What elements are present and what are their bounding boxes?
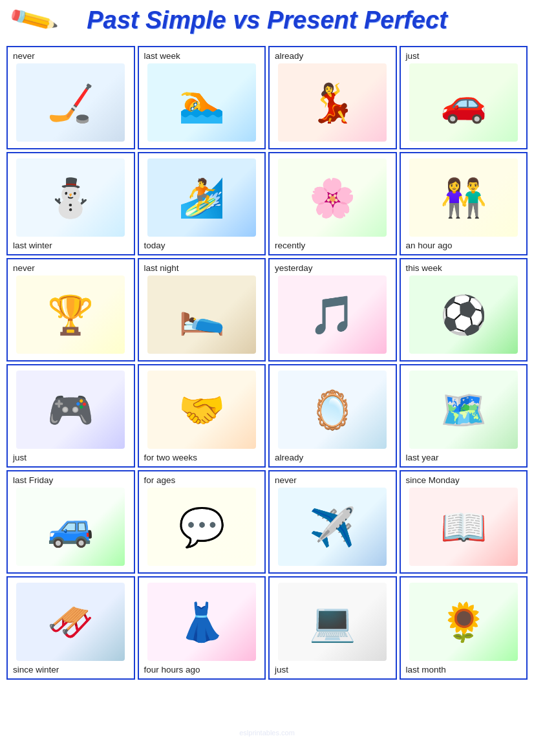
flash-card: never🏒 xyxy=(6,46,135,149)
flash-card: 👫an hour ago xyxy=(400,152,528,255)
flash-card: since Monday📖 xyxy=(400,470,528,574)
card-image: 📖 xyxy=(409,488,518,566)
card-label: already xyxy=(272,50,393,61)
flash-card: last night🛌 xyxy=(138,258,266,362)
card-label: already xyxy=(272,451,393,462)
card-image: 👗 xyxy=(147,583,256,661)
card-image: 🎵 xyxy=(278,275,387,354)
card-label: four hours ago xyxy=(142,664,262,675)
card-label: for two weeks xyxy=(142,451,262,462)
flash-card: 👗four hours ago xyxy=(138,576,266,680)
card-image: 🎮 xyxy=(16,371,125,449)
flash-card: 🛷since winter xyxy=(6,576,135,680)
card-image: 🌸 xyxy=(278,158,387,237)
card-image: 💬 xyxy=(147,488,256,566)
card-image: ⚽ xyxy=(409,275,518,354)
card-image: 👫 xyxy=(409,158,518,237)
card-label: today xyxy=(142,239,262,250)
card-label: never xyxy=(10,262,131,273)
card-label: last week xyxy=(142,50,262,61)
card-label: last winter xyxy=(10,239,131,250)
flash-card: 💻just xyxy=(268,576,397,680)
card-label: last night xyxy=(142,262,262,273)
title-area: ✏️ Past Simple vs Present Perfect xyxy=(6,6,528,41)
card-label: last year xyxy=(403,451,524,462)
card-image: 🪞 xyxy=(278,371,387,449)
card-image: 💻 xyxy=(278,583,387,661)
card-label: just xyxy=(403,50,524,61)
card-image: 🤝 xyxy=(147,371,256,449)
flash-card: 🪞already xyxy=(268,364,397,468)
watermark: eslprintables.com xyxy=(239,729,295,737)
flash-card: last Friday🚙 xyxy=(6,470,135,574)
card-label: since Monday xyxy=(403,474,524,485)
flash-card: 🏄today xyxy=(138,152,266,255)
card-label: since winter xyxy=(10,664,131,675)
flash-card: 🗺️last year xyxy=(400,364,528,468)
card-image: 🏄 xyxy=(147,158,256,237)
card-image: 🛌 xyxy=(147,275,256,354)
card-image: 🏒 xyxy=(16,63,125,142)
flash-card: 🌸recently xyxy=(268,152,397,255)
card-image: 🏆 xyxy=(16,275,125,354)
flash-card: just🚗 xyxy=(400,46,528,149)
page-title: Past Simple vs Present Perfect xyxy=(87,6,447,34)
card-label: recently xyxy=(272,239,393,250)
card-label: never xyxy=(10,50,131,61)
card-image: ⛄ xyxy=(16,158,125,237)
flash-card: 🎮just xyxy=(6,364,135,468)
card-image: 💃 xyxy=(278,63,387,142)
flash-card: yesterday🎵 xyxy=(268,258,397,362)
card-label: yesterday xyxy=(272,262,393,273)
flash-card: never✈️ xyxy=(268,470,397,574)
card-label: just xyxy=(272,664,393,675)
card-image: 🌻 xyxy=(409,583,518,661)
card-image: ✈️ xyxy=(278,488,387,566)
card-image: 🚙 xyxy=(16,488,125,566)
card-label: this week xyxy=(403,262,524,273)
pencil-icon: ✏️ xyxy=(6,0,60,47)
card-grid: never🏒last week🏊already💃just🚗⛄last winte… xyxy=(6,46,528,680)
flash-card: already💃 xyxy=(268,46,397,149)
flash-card: ⛄last winter xyxy=(6,152,135,255)
card-image: 🚗 xyxy=(409,63,518,142)
flash-card: this week⚽ xyxy=(400,258,528,362)
card-image: 🛷 xyxy=(16,583,125,661)
flash-card: last week🏊 xyxy=(138,46,266,149)
card-image: 🗺️ xyxy=(409,371,518,449)
card-label: an hour ago xyxy=(403,239,524,250)
flash-card: 🤝for two weeks xyxy=(138,364,266,468)
card-label: just xyxy=(10,451,131,462)
flash-card: never🏆 xyxy=(6,258,135,362)
card-label: last Friday xyxy=(10,474,131,485)
card-label: never xyxy=(272,474,393,485)
card-image: 🏊 xyxy=(147,63,256,142)
card-label: last month xyxy=(403,664,524,675)
flash-card: for ages💬 xyxy=(138,470,266,574)
flash-card: 🌻last month xyxy=(400,576,528,680)
card-label: for ages xyxy=(142,474,262,485)
